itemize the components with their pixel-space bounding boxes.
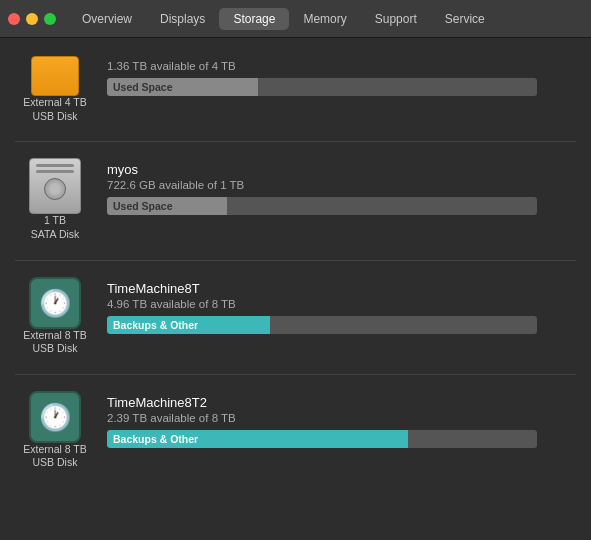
sata-drive-icon [29, 158, 81, 214]
drive-label: External 8 TBUSB Disk [23, 329, 86, 356]
drive-info: TimeMachine8T 4.96 TB available of 8 TB … [107, 277, 576, 334]
drive-label: External 8 TBUSB Disk [23, 443, 86, 470]
storage-bar: Used Space [107, 78, 537, 96]
time-machine-drive-icon: 🕐 [29, 277, 81, 329]
storage-bar: Backups & Other [107, 316, 537, 334]
tab-service[interactable]: Service [431, 8, 499, 30]
tab-displays[interactable]: Displays [146, 8, 219, 30]
drive-item-external-4tb: External 4 TBUSB Disk 1.36 TB available … [15, 48, 576, 123]
drive-info: TimeMachine8T2 2.39 TB available of 8 TB… [107, 391, 576, 448]
tab-memory[interactable]: Memory [289, 8, 360, 30]
bar-label: Used Space [113, 81, 173, 93]
close-button[interactable] [8, 13, 20, 25]
drive-available: 722.6 GB available of 1 TB [107, 179, 576, 191]
title-bar: OverviewDisplaysStorageMemorySupportServ… [0, 0, 591, 38]
storage-bar: Used Space [107, 197, 537, 215]
maximize-button[interactable] [44, 13, 56, 25]
drive-item-timemachine-8t: 🕐 External 8 TBUSB Disk TimeMachine8T 4.… [15, 269, 576, 356]
drive-icon-wrap: 🕐 External 8 TBUSB Disk [15, 277, 95, 356]
drive-name: TimeMachine8T2 [107, 395, 576, 410]
storage-content: External 4 TBUSB Disk 1.36 TB available … [0, 38, 591, 540]
drive-label: External 4 TBUSB Disk [23, 96, 86, 123]
bar-label: Backups & Other [113, 433, 198, 445]
drive-icon-wrap: External 4 TBUSB Disk [15, 56, 95, 123]
traffic-lights [8, 13, 56, 25]
bar-label: Backups & Other [113, 319, 198, 331]
time-machine-drive-icon: 🕐 [29, 391, 81, 443]
drive-icon-wrap: 1 TBSATA Disk [15, 158, 95, 241]
storage-bar: Backups & Other [107, 430, 537, 448]
usb-drive-icon [31, 56, 79, 96]
tab-storage[interactable]: Storage [219, 8, 289, 30]
drive-item-myos-1tb: 1 TBSATA Disk myos 722.6 GB available of… [15, 150, 576, 241]
drive-info: myos 722.6 GB available of 1 TB Used Spa… [107, 158, 576, 215]
tab-overview[interactable]: Overview [68, 8, 146, 30]
tab-bar: OverviewDisplaysStorageMemorySupportServ… [68, 8, 499, 30]
drive-available: 4.96 TB available of 8 TB [107, 298, 576, 310]
bar-label: Used Space [113, 200, 173, 212]
drive-icon-wrap: 🕐 External 8 TBUSB Disk [15, 391, 95, 470]
drive-available: 2.39 TB available of 8 TB [107, 412, 576, 424]
drive-label: 1 TBSATA Disk [31, 214, 80, 241]
drive-name: myos [107, 162, 576, 177]
drive-available: 1.36 TB available of 4 TB [107, 60, 576, 72]
tab-support[interactable]: Support [361, 8, 431, 30]
drive-info: 1.36 TB available of 4 TB Used Space [107, 56, 576, 96]
drive-name: TimeMachine8T [107, 281, 576, 296]
minimize-button[interactable] [26, 13, 38, 25]
drive-item-timemachine-8t2: 🕐 External 8 TBUSB Disk TimeMachine8T2 2… [15, 383, 576, 470]
